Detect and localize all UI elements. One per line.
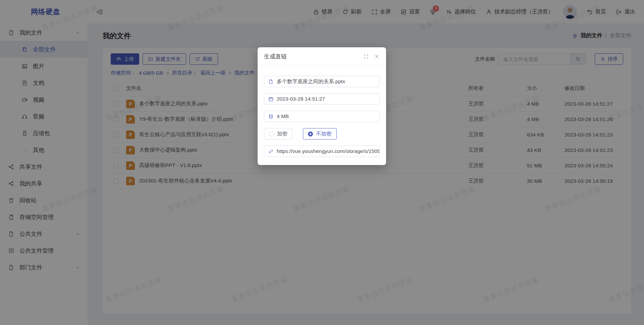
close-icon[interactable] — [374, 54, 380, 59]
direct-link-value: https://vue.youshengyun.com/storage/s/15… — [277, 148, 380, 154]
modified-date-value: 2023-03-28 14:51:27 — [277, 96, 325, 102]
radio-selected-icon — [308, 131, 313, 137]
no-encrypt-option-label: 不加密 — [316, 130, 332, 138]
modal-header: 生成直链 — [258, 47, 386, 66]
file-size-field[interactable]: 4 MB — [264, 111, 380, 122]
encrypt-option[interactable]: 加密 — [264, 128, 292, 140]
expand-icon[interactable] — [363, 54, 369, 59]
file-icon — [268, 79, 274, 85]
direct-link-field[interactable]: https://vue.youshengyun.com/storage/s/15… — [264, 146, 380, 157]
link-icon — [268, 149, 274, 154]
modal-body: 多个数字底座之间的关系.pptx 2023-03-28 14:51:27 4 M… — [258, 66, 386, 157]
encryption-options: 加密 不加密 — [264, 128, 380, 140]
no-encrypt-option[interactable]: 不加密 — [303, 128, 337, 140]
modified-date-field[interactable]: 2023-03-28 14:51:27 — [264, 93, 380, 105]
database-icon — [268, 114, 274, 119]
radio-unselected-icon — [269, 131, 274, 137]
file-name-field[interactable]: 多个数字底座之间的关系.pptx — [264, 76, 380, 87]
modal-title: 生成直链 — [264, 53, 287, 60]
file-name-value: 多个数字底座之间的关系.pptx — [277, 78, 345, 85]
calendar-icon — [268, 96, 274, 102]
file-size-value: 4 MB — [277, 113, 289, 119]
encrypt-option-label: 加密 — [277, 130, 287, 138]
generate-direct-link-modal: 生成直链 多个数字底座之间的关系.pptx 2023-03-28 14:51:2… — [258, 47, 386, 165]
modal-header-actions — [363, 54, 380, 59]
